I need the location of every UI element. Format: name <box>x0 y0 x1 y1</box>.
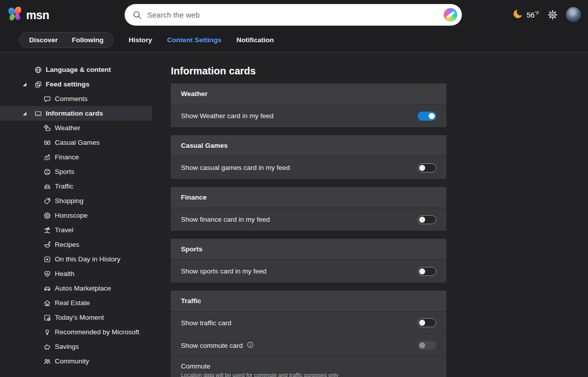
expanded-caret-icon[interactable] <box>22 111 34 116</box>
todays-moment-icon <box>43 314 51 322</box>
main-content: Information cards Weather Show Weather c… <box>171 52 446 377</box>
search-input[interactable] <box>147 11 444 19</box>
section-weather: Weather Show Weather card in my feed <box>171 83 446 127</box>
sidebar-item-on-this-day[interactable]: On this Day in History <box>0 252 152 266</box>
sidebar-item-feed-settings[interactable]: Feed settings <box>0 77 152 91</box>
setting-row: Show sports card in my feed <box>171 260 446 282</box>
toggle-show-finance-card[interactable] <box>418 215 436 224</box>
health-icon <box>43 270 51 278</box>
header-right-cluster: 56°F <box>513 0 581 29</box>
setting-label: Show Weather card in my feed <box>181 112 273 120</box>
sidebar-item-todays-moment[interactable]: Today's Moment <box>0 310 152 325</box>
tab-content-settings[interactable]: Content Settings <box>167 36 222 44</box>
sidebar-item-savings[interactable]: Savings <box>0 339 152 354</box>
toggle-knob <box>429 113 435 119</box>
sidebar-item-comments[interactable]: Comments <box>0 91 152 106</box>
settings-sidebar: Language & content Feed settings Comment… <box>0 52 171 377</box>
sidebar-item-travel[interactable]: Travel <box>0 223 152 237</box>
sidebar-item-weather[interactable]: Weather <box>0 121 152 135</box>
on-this-day-icon <box>43 255 51 263</box>
msn-logo[interactable]: msn <box>8 7 49 24</box>
commute-title: Commute <box>181 362 436 370</box>
piggy-bank-icon <box>43 343 51 351</box>
toggle-show-sports-card[interactable] <box>418 267 436 276</box>
sidebar-item-sports[interactable]: Sports <box>0 164 152 179</box>
information-cards-icon <box>34 110 42 118</box>
sidebar-item-health[interactable]: Health <box>0 266 152 281</box>
toggle-knob <box>419 320 425 326</box>
page-title: Information cards <box>171 65 446 77</box>
msn-logo-text: msn <box>26 9 49 22</box>
real-estate-icon <box>43 299 51 307</box>
community-icon <box>43 357 51 365</box>
section-title: Traffic <box>181 297 202 305</box>
tab-history[interactable]: History <box>129 36 152 44</box>
tab-notification[interactable]: Notification <box>237 36 274 44</box>
commute-info-block: Commute Location data will be used for c… <box>171 357 446 377</box>
info-icon[interactable] <box>247 341 254 350</box>
weather-chip[interactable]: 56°F <box>513 8 539 22</box>
sidebar-item-recommended[interactable]: Recommended by Microsoft <box>0 325 152 339</box>
primary-nav: Discover Following History Content Setti… <box>19 32 274 48</box>
sidebar-item-information-cards[interactable]: Information cards <box>0 106 152 121</box>
setting-label: Show casual games card in my feed <box>181 164 290 171</box>
sidebar-item-recipes[interactable]: Recipes <box>0 237 152 252</box>
setting-label: Show commute card <box>181 342 243 349</box>
section-traffic: Traffic Show traffic card Show commute c… <box>171 291 446 377</box>
sidebar-item-casual-games[interactable]: Casual Games <box>0 135 152 150</box>
casual-games-icon <box>43 139 51 147</box>
setting-label: Show finance card in my feed <box>181 216 270 223</box>
section-sports-header: Sports <box>171 239 446 260</box>
search-bar[interactable] <box>125 4 462 26</box>
copilot-icon[interactable] <box>444 8 457 22</box>
section-weather-header: Weather <box>171 83 446 105</box>
setting-row: Show finance card in my feed <box>171 208 446 231</box>
toggle-knob <box>419 217 425 223</box>
section-casual-games: Casual Games Show casual games card in m… <box>171 135 446 179</box>
shopping-tag-icon <box>43 197 51 205</box>
setting-row: Show traffic card <box>171 312 446 334</box>
section-title: Sports <box>181 245 203 253</box>
toggle-show-traffic-card[interactable] <box>418 318 436 327</box>
sidebar-item-horoscope[interactable]: Horoscope <box>0 208 152 223</box>
travel-icon <box>43 226 51 234</box>
sidebar-item-shopping[interactable]: Shopping <box>0 194 152 208</box>
toggle-show-casual-games-card[interactable] <box>418 163 436 172</box>
sidebar-item-real-estate[interactable]: Real Estate <box>0 296 152 310</box>
sports-icon <box>43 168 51 176</box>
section-title: Casual Games <box>181 142 228 149</box>
commute-description: Location data will be used for commute a… <box>181 372 436 377</box>
section-casual-games-header: Casual Games <box>171 135 446 156</box>
section-finance-header: Finance <box>171 187 446 208</box>
sidebar-item-finance[interactable]: Finance <box>0 150 152 164</box>
sidebar-item-language-content[interactable]: Language & content <box>0 62 152 77</box>
search-icon <box>132 10 142 20</box>
horoscope-icon <box>43 212 51 220</box>
sidebar-item-autos-marketplace[interactable]: Autos Marketplace <box>0 281 152 296</box>
traffic-icon <box>43 182 51 191</box>
setting-label: Show traffic card <box>181 319 231 327</box>
setting-row: Show casual games card in my feed <box>171 156 446 179</box>
msn-butterfly-icon <box>8 7 24 24</box>
feed-settings-icon <box>34 80 42 88</box>
expanded-caret-icon[interactable] <box>22 82 34 87</box>
section-traffic-header: Traffic <box>171 291 446 312</box>
sidebar-item-community[interactable]: Community <box>0 354 152 368</box>
crescent-moon-icon <box>513 8 524 22</box>
tab-discover[interactable]: Discover <box>29 36 58 44</box>
toggle-show-weather-card[interactable] <box>418 112 436 121</box>
toggle-show-commute-card <box>418 341 436 350</box>
setting-label: Show sports card in my feed <box>181 267 266 275</box>
section-sports: Sports Show sports card in my feed <box>171 239 446 282</box>
toggle-knob <box>419 342 425 348</box>
setting-row: Show Weather card in my feed <box>171 105 446 127</box>
setting-row: Show commute card <box>171 334 446 357</box>
autos-icon <box>43 285 51 293</box>
user-avatar[interactable] <box>566 7 581 22</box>
settings-gear-icon[interactable] <box>547 10 558 20</box>
lightbulb-icon <box>43 328 51 336</box>
feed-tabs-pill: Discover Following <box>19 32 114 48</box>
tab-following[interactable]: Following <box>72 36 104 44</box>
toggle-knob <box>419 165 425 171</box>
sidebar-item-traffic[interactable]: Traffic <box>0 179 152 194</box>
